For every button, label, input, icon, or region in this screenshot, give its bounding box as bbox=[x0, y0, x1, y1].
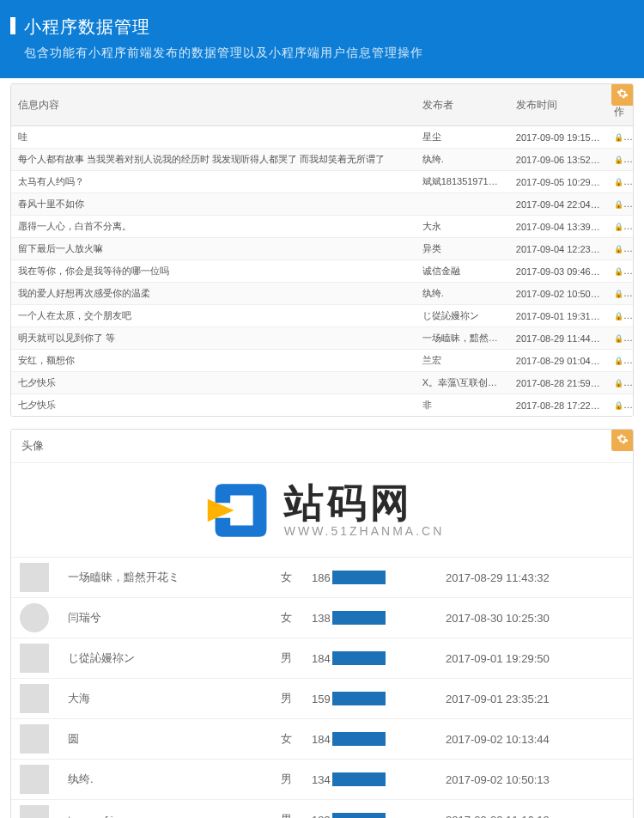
avatar bbox=[20, 684, 49, 713]
table-header-row: 信息内容 发布者 发布时间 操作 bbox=[11, 84, 633, 126]
avatar bbox=[20, 805, 49, 818]
delete-link[interactable]: 🔒删除 bbox=[614, 266, 633, 276]
table-row: 我在等你，你会是我等待的哪一位吗诚信金融2017-09-03 09:46:24🔒… bbox=[11, 260, 633, 283]
user-phone: 183 bbox=[312, 813, 446, 818]
delete-link[interactable]: 🔒删除 bbox=[614, 356, 633, 365]
user-row: じ從訫嫚祢ン男1842017-09-01 19:29:50 bbox=[11, 638, 633, 679]
cell-content: 七夕快乐 bbox=[11, 394, 416, 417]
delete-link[interactable]: 🔒删除 bbox=[614, 222, 633, 231]
gear-icon bbox=[617, 433, 629, 448]
user-phone: 184 bbox=[312, 732, 446, 746]
user-name: 大海 bbox=[68, 691, 281, 706]
delete-link[interactable]: 🔒删除 bbox=[614, 400, 633, 410]
cell-author: じ從訫嫚祢ン bbox=[416, 305, 509, 327]
brand-url: WWW.51ZHANMA.CN bbox=[284, 524, 445, 538]
cell-action: 🔒删除 bbox=[607, 350, 633, 372]
delete-link[interactable]: 🔒删除 bbox=[614, 199, 633, 209]
cell-content: 安红，额想你 bbox=[11, 350, 416, 372]
table-row: 七夕快乐非2017-08-28 17:22:51🔒删除 bbox=[11, 394, 633, 417]
brand-name: 站码网 bbox=[284, 483, 445, 522]
cell-author: 非 bbox=[416, 394, 509, 417]
user-date: 2017-09-02 10:13:44 bbox=[446, 733, 550, 746]
cell-time: 2017-09-04 22:04:51 bbox=[509, 193, 607, 216]
phone-redaction bbox=[332, 772, 386, 786]
users-panel: 头像 站码网 WWW.51ZHANMA.CN 一场瞌昧，黯然开花ミ女186201… bbox=[10, 429, 634, 818]
lock-icon: 🔒 bbox=[614, 310, 633, 320]
panel-settings-button[interactable] bbox=[611, 429, 634, 451]
table-row: 我的爱人好想再次感受你的温柔纨绔.2017-09-02 10:50:38🔒删除 bbox=[11, 283, 633, 305]
user-row: 大海男1592017-09-01 23:35:21 bbox=[11, 679, 633, 719]
cell-action: 🔒删除 bbox=[607, 149, 633, 171]
cell-content: 太马有人约吗？ bbox=[11, 171, 416, 193]
header-accent-bar bbox=[10, 17, 15, 34]
lock-icon: 🔒 bbox=[614, 221, 633, 231]
delete-link[interactable]: 🔒删除 bbox=[614, 378, 633, 388]
cell-action: 🔒删除 bbox=[607, 394, 633, 417]
phone-redaction bbox=[332, 732, 386, 746]
col-time: 发布时间 bbox=[509, 84, 607, 126]
table-row: 安红，额想你兰宏2017-08-29 01:04:12🔒删除 bbox=[11, 350, 633, 372]
delete-link[interactable]: 🔒删除 bbox=[614, 177, 633, 186]
cell-time: 2017-09-02 10:50:38 bbox=[509, 283, 607, 305]
col-content: 信息内容 bbox=[11, 84, 416, 126]
page-subtitle: 包含功能有小程序前端发布的数据管理以及小程序端用户信息管理操作 bbox=[24, 46, 644, 61]
delete-link[interactable]: 🔒删除 bbox=[614, 132, 633, 142]
cell-content: 愿得一人心，白首不分离。 bbox=[11, 216, 416, 238]
lock-icon: 🔒 bbox=[614, 198, 633, 209]
cell-time: 2017-09-06 13:52:50 bbox=[509, 149, 607, 171]
cell-action: 🔒删除 bbox=[607, 260, 633, 283]
user-name: 纨绔. bbox=[68, 772, 281, 787]
user-name: 一场瞌昧，黯然开花ミ bbox=[68, 570, 281, 585]
delete-link[interactable]: 🔒删除 bbox=[614, 244, 633, 253]
delete-link[interactable]: 🔒删除 bbox=[614, 155, 633, 164]
user-row: tower of ivory男1832017-09-02 11:16:12 bbox=[11, 800, 633, 818]
gear-icon bbox=[617, 88, 629, 102]
lock-icon: 🔒 bbox=[614, 131, 633, 142]
user-name: tower of ivory bbox=[68, 814, 281, 819]
cell-author: 星尘 bbox=[416, 126, 509, 149]
cell-time: 2017-09-04 12:23:13 bbox=[509, 238, 607, 260]
user-gender: 男 bbox=[281, 812, 312, 818]
cell-author: 一场瞌昧，黯然开花ミ bbox=[416, 327, 509, 350]
cell-time: 2017-09-01 19:31:14 bbox=[509, 305, 607, 327]
cell-content: 春风十里不如你 bbox=[11, 193, 416, 216]
cell-author: 纨绔. bbox=[416, 283, 509, 305]
user-row: 圆女1842017-09-02 10:13:44 bbox=[11, 719, 633, 760]
user-name: 闫瑞兮 bbox=[68, 610, 281, 626]
phone-redaction bbox=[332, 692, 386, 705]
lock-icon: 🔒 bbox=[614, 288, 633, 298]
messages-panel: 信息内容 发布者 发布时间 操作 哇星尘2017-09-09 19:15:34🔒… bbox=[10, 83, 634, 417]
user-phone: 159 bbox=[312, 692, 446, 705]
col-avatar: 头像 bbox=[11, 430, 97, 462]
delete-link[interactable]: 🔒删除 bbox=[614, 333, 633, 343]
cell-content: 我在等你，你会是我等待的哪一位吗 bbox=[11, 260, 416, 283]
user-phone: 138 bbox=[312, 611, 446, 625]
delete-link[interactable]: 🔒删除 bbox=[614, 289, 633, 298]
user-gender: 女 bbox=[281, 610, 312, 626]
cell-content: 一个人在太原，交个朋友吧 bbox=[11, 305, 416, 327]
avatar bbox=[20, 724, 49, 754]
user-gender: 女 bbox=[281, 731, 312, 747]
user-gender: 男 bbox=[281, 650, 312, 666]
cell-time: 2017-08-28 17:22:51 bbox=[509, 394, 607, 417]
cell-content: 明天就可以见到你了 等 bbox=[11, 327, 416, 350]
cell-action: 🔒删除 bbox=[607, 216, 633, 238]
user-date: 2017-09-02 10:50:13 bbox=[446, 773, 550, 786]
table-row: 春风十里不如你2017-09-04 22:04:51🔒删除 bbox=[11, 193, 633, 216]
cell-time: 2017-08-29 01:04:12 bbox=[509, 350, 607, 372]
cell-content: 留下最后一人放火嘛 bbox=[11, 238, 416, 260]
panel-settings-button[interactable] bbox=[611, 83, 634, 106]
cell-time: 2017-09-05 10:29:35 bbox=[509, 171, 607, 193]
lock-icon: 🔒 bbox=[614, 377, 633, 388]
cell-action: 🔒删除 bbox=[607, 171, 633, 193]
avatar bbox=[20, 603, 49, 632]
user-date: 2017-09-01 19:29:50 bbox=[446, 652, 550, 665]
cell-time: 2017-08-29 11:44:03 bbox=[509, 327, 607, 350]
user-name: 圆 bbox=[68, 731, 281, 747]
delete-link[interactable]: 🔒删除 bbox=[614, 311, 633, 320]
table-row: 明天就可以见到你了 等一场瞌昧，黯然开花ミ2017-08-29 11:44:03… bbox=[11, 327, 633, 350]
user-gender: 男 bbox=[281, 772, 312, 787]
watermark-overlay: 站码网 WWW.51ZHANMA.CN bbox=[11, 463, 633, 558]
table-row: 七夕快乐X。幸薀\互联创想&天创致辰2017-08-28 21:59:20🔒删除 bbox=[11, 372, 633, 394]
avatar bbox=[20, 563, 49, 592]
